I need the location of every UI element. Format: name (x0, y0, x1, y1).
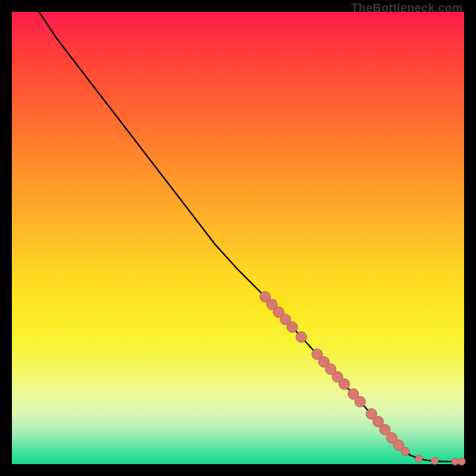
marker-dot (415, 455, 422, 462)
marker-dot (431, 458, 439, 465)
chart-svg (12, 12, 464, 464)
watermark-text: TheBottleneck.com (351, 1, 463, 15)
marker-dot (401, 447, 409, 456)
marker-dot (339, 378, 350, 389)
plot-area (12, 12, 464, 464)
marker-dot (452, 458, 459, 465)
marker-dot (287, 322, 298, 333)
marker-group (260, 292, 466, 465)
chart-frame: TheBottleneck.com (0, 0, 476, 476)
marker-dot (296, 331, 306, 342)
marker-dot (458, 458, 465, 465)
curve-line (39, 12, 462, 462)
marker-dot (355, 396, 365, 407)
